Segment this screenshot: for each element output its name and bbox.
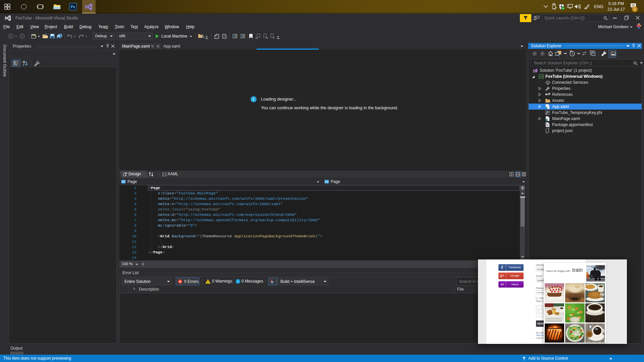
svg-text:A: A [23,61,25,63]
svg-text:Z: Z [23,64,25,66]
